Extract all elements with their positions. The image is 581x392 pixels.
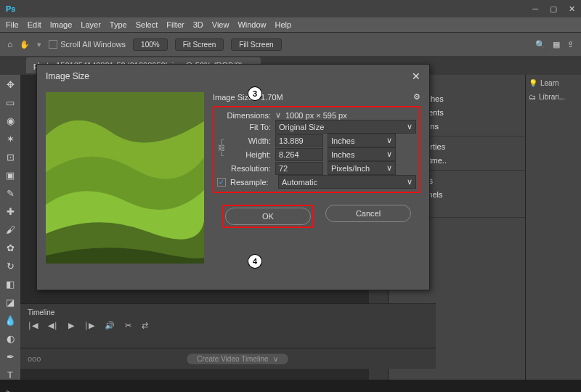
image-size-value: 1.70M: [261, 93, 283, 102]
chevron-down-icon: ∨: [386, 163, 392, 173]
menu-3d[interactable]: 3D: [193, 20, 203, 29]
resolution-input[interactable]: [275, 162, 323, 175]
timeline-audio-icon[interactable]: 🔊: [105, 321, 115, 330]
menu-file[interactable]: File: [6, 20, 19, 29]
search-icon[interactable]: 🔍: [535, 40, 545, 49]
title-bar: Ps ─ ▢ ✕: [0, 0, 581, 17]
height-label: Height:: [227, 150, 271, 159]
close-icon[interactable]: ✕: [569, 4, 575, 14]
heal-tool-icon[interactable]: ✚: [4, 206, 16, 217]
height-input[interactable]: [275, 148, 323, 161]
pen-tool-icon[interactable]: ✒: [4, 351, 16, 362]
bulb-icon: 💡: [529, 79, 537, 87]
menu-bar: File Edit Image Layer Type Select Filter…: [0, 17, 581, 32]
zoom-level[interactable]: 100%: [133, 38, 168, 51]
scroll-all-checkbox[interactable]: Scroll All Windows: [49, 40, 126, 49]
chevron-down-icon: ∨: [407, 177, 413, 187]
chevron-down-icon: ∨: [386, 136, 392, 145]
create-video-timeline-button[interactable]: Create Video Timeline∨: [186, 353, 288, 365]
gradient-tool-icon[interactable]: ◪: [4, 297, 16, 308]
link-icon[interactable]: ⛓: [218, 144, 225, 152]
timeline-title: Timeline: [28, 309, 428, 317]
blur-tool-icon[interactable]: 💧: [4, 315, 16, 326]
timeline-prev-icon[interactable]: ◀∣: [48, 321, 58, 330]
highlight-box-4: OK: [222, 205, 314, 228]
fill-screen-button[interactable]: Fill Screen: [231, 38, 281, 51]
chevron-down-icon[interactable]: ∨: [275, 110, 281, 120]
width-input[interactable]: [275, 134, 323, 147]
menu-view[interactable]: View: [212, 20, 229, 29]
menu-filter[interactable]: Filter: [166, 20, 184, 29]
callout-3: 3: [248, 87, 261, 100]
resample-checkbox[interactable]: ✓: [217, 178, 226, 187]
crop-tool-icon[interactable]: ⊡: [4, 152, 16, 163]
eyedropper-tool-icon[interactable]: ✎: [4, 188, 16, 199]
timeline-panel: Timeline ∣◀ ◀∣ ▶ ∣▶ 🔊 ✂ ⇄: [20, 303, 436, 348]
type-tool-icon[interactable]: T: [4, 369, 16, 380]
timeline-play-icon[interactable]: ▶: [68, 321, 74, 330]
menu-edit[interactable]: Edit: [28, 20, 41, 29]
menu-select[interactable]: Select: [136, 20, 158, 29]
minimize-icon[interactable]: ─: [532, 4, 538, 14]
home-icon[interactable]: ⌂: [7, 39, 12, 49]
path-select-icon[interactable]: ▷: [4, 388, 16, 392]
frame-tool-icon[interactable]: ▣: [4, 170, 16, 181]
fit-to-label: Fit To:: [217, 123, 271, 131]
gear-icon[interactable]: ⚙: [413, 92, 420, 102]
marquee-tool-icon[interactable]: ▭: [4, 97, 16, 108]
learn-button[interactable]: 💡Learn: [529, 79, 578, 87]
chevron-down-icon: ∨: [386, 150, 392, 159]
workspace-icon[interactable]: ▦: [553, 40, 560, 49]
resample-select[interactable]: Automatic∨: [278, 175, 416, 189]
menu-help[interactable]: Help: [275, 20, 292, 29]
menu-type[interactable]: Type: [110, 20, 127, 29]
timeline-transition-icon[interactable]: ⇄: [142, 321, 148, 330]
dimensions-label: Dimensions:: [217, 111, 271, 120]
resolution-label: Resolution:: [217, 164, 271, 173]
timeline-next-icon[interactable]: ∣▶: [84, 321, 94, 330]
hand-icon[interactable]: ✋: [20, 40, 30, 49]
highlight-box-3: Dimensions: ∨ 1000 px × 595 px Fit To: O…: [213, 106, 420, 193]
options-bar: ⌂ ✋ ▾ Scroll All Windows 100% Fit Screen…: [0, 32, 581, 56]
menu-window[interactable]: Window: [237, 20, 266, 29]
timeline-cut-icon[interactable]: ✂: [125, 321, 131, 330]
height-unit-select[interactable]: Inches∨: [328, 147, 396, 161]
width-unit-select[interactable]: Inches∨: [328, 134, 396, 147]
app-logo: Ps: [6, 4, 15, 13]
tools-panel: ✥ ▭ ◉ ✶ ⊡ ▣ ✎ ✚ 🖌 ✿ ↻ ◧ ◪ 💧 ◐ ✒ T ▷ ▢ ✋ …: [0, 75, 20, 380]
dialog-close-icon[interactable]: ✕: [412, 70, 420, 82]
learn-panel: 💡Learn 🗂Librari...: [525, 75, 581, 380]
libraries-button[interactable]: 🗂Librari...: [529, 93, 578, 101]
lasso-tool-icon[interactable]: ◉: [4, 115, 16, 126]
chevron-down-icon: ∨: [273, 355, 278, 363]
timeline-footer: ooo Create Video Timeline∨: [20, 348, 436, 369]
history-brush-icon[interactable]: ↻: [4, 261, 16, 271]
wand-tool-icon[interactable]: ✶: [4, 134, 16, 144]
brush-tool-icon[interactable]: 🖌: [4, 224, 16, 235]
width-label: Width:: [227, 136, 271, 145]
eraser-tool-icon[interactable]: ◧: [4, 279, 16, 290]
menu-layer[interactable]: Layer: [81, 20, 101, 29]
stamp-tool-icon[interactable]: ✿: [4, 242, 16, 253]
libraries-icon: 🗂: [529, 93, 536, 101]
fit-screen-button[interactable]: Fit Screen: [175, 38, 224, 51]
move-tool-icon[interactable]: ✥: [4, 79, 16, 90]
ok-button[interactable]: OK: [225, 208, 311, 225]
resample-label: Resample:: [230, 178, 274, 187]
callout-4: 4: [248, 255, 261, 268]
cancel-button[interactable]: Cancel: [325, 205, 411, 222]
timeline-scroll[interactable]: ooo: [28, 354, 41, 363]
resolution-unit-select[interactable]: Pixels/Inch∨: [328, 161, 396, 175]
image-preview: [46, 92, 204, 264]
image-size-dialog: Image Size ✕ Image Size: 1.70M ⚙ D: [36, 64, 430, 290]
fit-to-select[interactable]: Original Size∨: [275, 120, 416, 134]
chevron-down-icon: ∨: [407, 122, 413, 131]
menu-image[interactable]: Image: [50, 20, 73, 29]
share-icon[interactable]: ⇪: [567, 40, 574, 49]
dodge-tool-icon[interactable]: ◐: [4, 333, 16, 344]
dialog-title: Image Size: [46, 71, 89, 81]
dimensions-value: 1000 px × 595 px: [285, 111, 347, 120]
maximize-icon[interactable]: ▢: [550, 4, 557, 14]
timeline-first-icon[interactable]: ∣◀: [28, 321, 38, 330]
